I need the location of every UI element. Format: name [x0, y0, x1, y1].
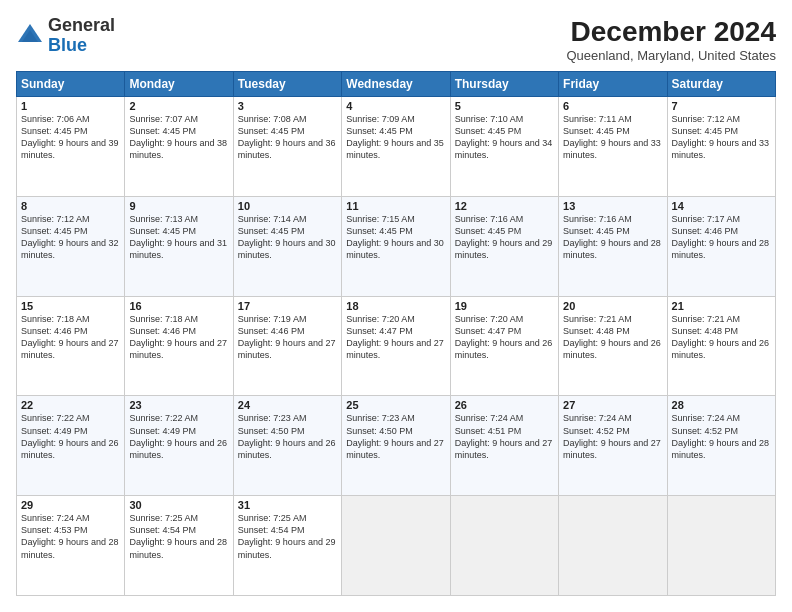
- calendar-table: Sunday Monday Tuesday Wednesday Thursday…: [16, 71, 776, 596]
- table-row: 5 Sunrise: 7:10 AM Sunset: 4:45 PM Dayli…: [450, 97, 558, 197]
- day-info: Sunrise: 7:18 AM Sunset: 4:46 PM Dayligh…: [129, 314, 227, 360]
- day-info: Sunrise: 7:16 AM Sunset: 4:45 PM Dayligh…: [455, 214, 553, 260]
- day-info: Sunrise: 7:21 AM Sunset: 4:48 PM Dayligh…: [563, 314, 661, 360]
- day-info: Sunrise: 7:15 AM Sunset: 4:45 PM Dayligh…: [346, 214, 444, 260]
- day-info: Sunrise: 7:20 AM Sunset: 4:47 PM Dayligh…: [346, 314, 444, 360]
- table-row: 15 Sunrise: 7:18 AM Sunset: 4:46 PM Dayl…: [17, 296, 125, 396]
- table-row: 9 Sunrise: 7:13 AM Sunset: 4:45 PM Dayli…: [125, 196, 233, 296]
- table-row: 26 Sunrise: 7:24 AM Sunset: 4:51 PM Dayl…: [450, 396, 558, 496]
- table-row: 18 Sunrise: 7:20 AM Sunset: 4:47 PM Dayl…: [342, 296, 450, 396]
- week-5: 29 Sunrise: 7:24 AM Sunset: 4:53 PM Dayl…: [17, 496, 776, 596]
- main-title: December 2024: [566, 16, 776, 48]
- table-row: 12 Sunrise: 7:16 AM Sunset: 4:45 PM Dayl…: [450, 196, 558, 296]
- week-3: 15 Sunrise: 7:18 AM Sunset: 4:46 PM Dayl…: [17, 296, 776, 396]
- day-num: 29: [21, 499, 120, 511]
- day-num: 26: [455, 399, 554, 411]
- day-num: 14: [672, 200, 771, 212]
- day-num: 27: [563, 399, 662, 411]
- logo-text: General Blue: [48, 16, 115, 56]
- day-num: 4: [346, 100, 445, 112]
- day-num: 23: [129, 399, 228, 411]
- day-num: 11: [346, 200, 445, 212]
- table-row: 28 Sunrise: 7:24 AM Sunset: 4:52 PM Dayl…: [667, 396, 775, 496]
- day-info: Sunrise: 7:24 AM Sunset: 4:52 PM Dayligh…: [672, 413, 770, 459]
- day-num: 31: [238, 499, 337, 511]
- table-row: 31 Sunrise: 7:25 AM Sunset: 4:54 PM Dayl…: [233, 496, 341, 596]
- day-info: Sunrise: 7:19 AM Sunset: 4:46 PM Dayligh…: [238, 314, 336, 360]
- subtitle: Queenland, Maryland, United States: [566, 48, 776, 63]
- col-sunday: Sunday: [17, 72, 125, 97]
- day-info: Sunrise: 7:22 AM Sunset: 4:49 PM Dayligh…: [129, 413, 227, 459]
- day-info: Sunrise: 7:18 AM Sunset: 4:46 PM Dayligh…: [21, 314, 119, 360]
- table-row: 22 Sunrise: 7:22 AM Sunset: 4:49 PM Dayl…: [17, 396, 125, 496]
- table-row: 11 Sunrise: 7:15 AM Sunset: 4:45 PM Dayl…: [342, 196, 450, 296]
- day-num: 25: [346, 399, 445, 411]
- day-num: 21: [672, 300, 771, 312]
- page: General Blue December 2024 Queenland, Ma…: [0, 0, 792, 612]
- day-info: Sunrise: 7:09 AM Sunset: 4:45 PM Dayligh…: [346, 114, 444, 160]
- day-info: Sunrise: 7:12 AM Sunset: 4:45 PM Dayligh…: [21, 214, 119, 260]
- day-info: Sunrise: 7:10 AM Sunset: 4:45 PM Dayligh…: [455, 114, 553, 160]
- day-info: Sunrise: 7:23 AM Sunset: 4:50 PM Dayligh…: [346, 413, 444, 459]
- day-num: 6: [563, 100, 662, 112]
- day-info: Sunrise: 7:20 AM Sunset: 4:47 PM Dayligh…: [455, 314, 553, 360]
- day-num: 28: [672, 399, 771, 411]
- table-row: 6 Sunrise: 7:11 AM Sunset: 4:45 PM Dayli…: [559, 97, 667, 197]
- day-num: 20: [563, 300, 662, 312]
- day-num: 5: [455, 100, 554, 112]
- day-num: 24: [238, 399, 337, 411]
- day-num: 7: [672, 100, 771, 112]
- table-row: 16 Sunrise: 7:18 AM Sunset: 4:46 PM Dayl…: [125, 296, 233, 396]
- day-info: Sunrise: 7:12 AM Sunset: 4:45 PM Dayligh…: [672, 114, 770, 160]
- day-num: 8: [21, 200, 120, 212]
- title-block: December 2024 Queenland, Maryland, Unite…: [566, 16, 776, 63]
- day-num: 15: [21, 300, 120, 312]
- week-4: 22 Sunrise: 7:22 AM Sunset: 4:49 PM Dayl…: [17, 396, 776, 496]
- day-info: Sunrise: 7:06 AM Sunset: 4:45 PM Dayligh…: [21, 114, 119, 160]
- calendar-header-row: Sunday Monday Tuesday Wednesday Thursday…: [17, 72, 776, 97]
- day-num: 13: [563, 200, 662, 212]
- table-row: 19 Sunrise: 7:20 AM Sunset: 4:47 PM Dayl…: [450, 296, 558, 396]
- day-info: Sunrise: 7:17 AM Sunset: 4:46 PM Dayligh…: [672, 214, 770, 260]
- empty-cell: [450, 496, 558, 596]
- day-info: Sunrise: 7:22 AM Sunset: 4:49 PM Dayligh…: [21, 413, 119, 459]
- day-num: 18: [346, 300, 445, 312]
- day-info: Sunrise: 7:13 AM Sunset: 4:45 PM Dayligh…: [129, 214, 227, 260]
- logo-blue-text: Blue: [48, 35, 87, 55]
- day-num: 2: [129, 100, 228, 112]
- day-num: 12: [455, 200, 554, 212]
- day-info: Sunrise: 7:24 AM Sunset: 4:52 PM Dayligh…: [563, 413, 661, 459]
- table-row: 4 Sunrise: 7:09 AM Sunset: 4:45 PM Dayli…: [342, 97, 450, 197]
- table-row: 23 Sunrise: 7:22 AM Sunset: 4:49 PM Dayl…: [125, 396, 233, 496]
- table-row: 30 Sunrise: 7:25 AM Sunset: 4:54 PM Dayl…: [125, 496, 233, 596]
- day-info: Sunrise: 7:14 AM Sunset: 4:45 PM Dayligh…: [238, 214, 336, 260]
- table-row: 24 Sunrise: 7:23 AM Sunset: 4:50 PM Dayl…: [233, 396, 341, 496]
- day-num: 22: [21, 399, 120, 411]
- day-num: 9: [129, 200, 228, 212]
- day-num: 3: [238, 100, 337, 112]
- day-num: 16: [129, 300, 228, 312]
- table-row: 2 Sunrise: 7:07 AM Sunset: 4:45 PM Dayli…: [125, 97, 233, 197]
- day-info: Sunrise: 7:25 AM Sunset: 4:54 PM Dayligh…: [129, 513, 227, 559]
- table-row: 27 Sunrise: 7:24 AM Sunset: 4:52 PM Dayl…: [559, 396, 667, 496]
- table-row: 20 Sunrise: 7:21 AM Sunset: 4:48 PM Dayl…: [559, 296, 667, 396]
- day-num: 17: [238, 300, 337, 312]
- col-wednesday: Wednesday: [342, 72, 450, 97]
- table-row: 7 Sunrise: 7:12 AM Sunset: 4:45 PM Dayli…: [667, 97, 775, 197]
- week-2: 8 Sunrise: 7:12 AM Sunset: 4:45 PM Dayli…: [17, 196, 776, 296]
- logo-general-text: General: [48, 15, 115, 35]
- table-row: 3 Sunrise: 7:08 AM Sunset: 4:45 PM Dayli…: [233, 97, 341, 197]
- day-num: 1: [21, 100, 120, 112]
- table-row: 14 Sunrise: 7:17 AM Sunset: 4:46 PM Dayl…: [667, 196, 775, 296]
- day-info: Sunrise: 7:24 AM Sunset: 4:53 PM Dayligh…: [21, 513, 119, 559]
- table-row: 17 Sunrise: 7:19 AM Sunset: 4:46 PM Dayl…: [233, 296, 341, 396]
- day-info: Sunrise: 7:23 AM Sunset: 4:50 PM Dayligh…: [238, 413, 336, 459]
- day-info: Sunrise: 7:11 AM Sunset: 4:45 PM Dayligh…: [563, 114, 661, 160]
- day-info: Sunrise: 7:25 AM Sunset: 4:54 PM Dayligh…: [238, 513, 336, 559]
- col-monday: Monday: [125, 72, 233, 97]
- col-saturday: Saturday: [667, 72, 775, 97]
- week-1: 1 Sunrise: 7:06 AM Sunset: 4:45 PM Dayli…: [17, 97, 776, 197]
- col-thursday: Thursday: [450, 72, 558, 97]
- day-info: Sunrise: 7:07 AM Sunset: 4:45 PM Dayligh…: [129, 114, 227, 160]
- empty-cell: [559, 496, 667, 596]
